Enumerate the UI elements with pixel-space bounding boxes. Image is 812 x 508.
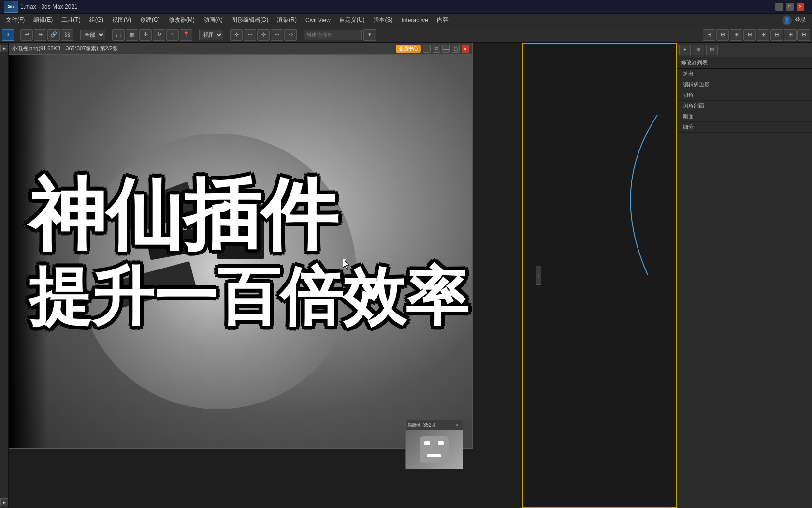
create-selection-input[interactable] <box>304 30 362 40</box>
menu-render[interactable]: 渲染(R) <box>273 15 301 25</box>
menu-animation[interactable]: 动画(A) <box>200 15 227 25</box>
rp-grid-btn[interactable]: ⊞ <box>693 45 704 55</box>
panel-expand-handle[interactable]: › <box>536 266 541 285</box>
modifier-item-chamfer[interactable]: 切角 <box>677 90 812 101</box>
menu-create[interactable]: 创建(C) <box>136 15 164 25</box>
viewport-3d-background <box>522 43 677 508</box>
menu-script[interactable]: 脚本(S) <box>369 15 396 25</box>
rp-align-btn[interactable]: ⊟ <box>706 45 718 55</box>
toolbar-align-btn[interactable]: ⊞ <box>716 29 729 41</box>
modifier-list: 挤出 编辑多边形 切角 倒角剖面 削面 细分 <box>677 69 812 133</box>
viewer-controls: 会员中心 ≡ ⧉ — □ × <box>396 45 469 53</box>
toolbar-mirror2-btn[interactable]: ⊞ <box>743 29 756 41</box>
toolbar-link-btn[interactable]: 🔗 <box>47 29 60 41</box>
viewer-minimize-btn[interactable]: — <box>442 45 450 53</box>
toolbar-snap2-btn[interactable]: ⊹ <box>244 29 256 41</box>
toolbar-move-btn[interactable]: ✛ <box>139 29 152 41</box>
minimap-image <box>406 430 463 469</box>
viewer-tile-btn[interactable]: ⧉ <box>433 45 440 53</box>
menu-customize[interactable]: 自定义(U) <box>335 15 369 25</box>
toolbar-unlink-btn[interactable]: ⛓ <box>61 29 73 41</box>
menu-graph-editor[interactable]: 图形编辑器(D) <box>228 15 273 25</box>
image-viewer-titlebar: 小电视.png(91.63KB，365*307像素)-第2/2张 会员中心 ≡ … <box>9 43 472 55</box>
toolbar-place-btn[interactable]: 📍 <box>180 29 192 41</box>
image-viewer-window: 小电视.png(91.63KB，365*307像素)-第2/2张 会员中心 ≡ … <box>9 43 473 449</box>
menu-view[interactable]: 视图(V) <box>108 15 135 25</box>
view-dropdown[interactable]: 视图 <box>199 30 223 40</box>
menu-bar: 文件(F) 编辑(E) 工具(T) 组(G) 视图(V) 创建(C) 修改器(M… <box>0 14 812 27</box>
toolbar-render-setup-btn[interactable]: ⊞ <box>784 29 797 41</box>
select-filter-dropdown[interactable]: 全部 <box>80 30 105 40</box>
image-viewer-title: 小电视.png(91.63KB，365*307像素)-第2/2张 <box>12 45 396 52</box>
modifier-item-slice[interactable]: 削面 <box>677 111 812 122</box>
toolbar-mirror-btn[interactable]: ⇔ <box>284 29 297 41</box>
sidebar-arrow-btn[interactable]: ▶ <box>0 45 8 52</box>
toolbar-spacing-btn[interactable]: ⊞ <box>757 29 769 41</box>
toolbar-redo-btn[interactable]: ↪ <box>34 29 46 41</box>
vip-badge[interactable]: 会员中心 <box>396 45 421 53</box>
minimap-close-btn[interactable]: × <box>454 422 461 429</box>
dark-overlay <box>9 55 48 448</box>
minimap-titlebar: 鸟瞰图 352% × <box>406 420 463 430</box>
right-panel-toolbar: + ⊞ ⊟ <box>677 43 812 57</box>
toolbar-snap4-btn[interactable]: ⊹ <box>271 29 283 41</box>
modifier-item-bevel-profile[interactable]: 倒角剖面 <box>677 101 812 111</box>
minimap-title-text: 鸟瞰图 352% <box>407 422 435 429</box>
title-close-btn[interactable]: × <box>797 3 804 11</box>
app-title: 1.max - 3ds Max 2021 <box>20 3 78 10</box>
toolbar-create-selection-btn[interactable]: ▾ <box>363 29 376 41</box>
modifier-list-header: 修改器列表 <box>677 57 812 69</box>
toolbar-logo-btn[interactable]: 3 <box>2 29 14 41</box>
menu-edit[interactable]: 编辑(E) <box>29 15 57 25</box>
toolbar-layer-btn[interactable]: ⊟ <box>703 29 715 41</box>
image-content: 神仙插件 提升一百倍效率 <box>9 55 472 448</box>
toolbar-snap3-btn[interactable]: ⊹ <box>257 29 270 41</box>
toolbar-render-btn[interactable]: ⊞ <box>798 29 810 41</box>
viewer-menu-btn[interactable]: ≡ <box>423 45 431 53</box>
toolbar-snap-btn[interactable]: ⊹ <box>230 29 243 41</box>
toolbar-undo-btn[interactable]: ↩ <box>20 29 33 41</box>
menu-modifier[interactable]: 修改器(M) <box>165 15 199 25</box>
main-layout: ▶ ▶ 小电视.png(91.63KB，365*307像素)-第2/2张 会员中… <box>0 43 812 508</box>
minimap-window: 鸟瞰图 352% × <box>405 420 463 469</box>
menu-civil-view[interactable]: Civil View <box>302 16 334 25</box>
menu-group[interactable]: 组(G) <box>86 15 107 25</box>
main-toolbar: 3 ↩ ↪ 🔗 ⛓ 全部 ⬚ ▦ ✛ ↻ ⤡ 📍 视图 ⊹ ⊹ ⊹ ⊹ ⇔ ▾ … <box>0 27 812 43</box>
title-maximize-btn[interactable]: □ <box>786 3 794 11</box>
modifier-item-extrude[interactable]: 挤出 <box>677 69 812 79</box>
app-logo: 3ds <box>4 1 18 13</box>
minimap-content <box>406 430 463 469</box>
toolbar-scale-btn[interactable]: ⤡ <box>166 29 179 41</box>
toolbar-region-select-btn[interactable]: ▦ <box>126 29 138 41</box>
menu-file[interactable]: 文件(F) <box>2 15 29 25</box>
left-sidebar: ▶ ▶ <box>0 43 9 508</box>
sidebar-bottom-btn[interactable]: ▶ <box>0 498 8 506</box>
menu-interactive[interactable]: Interactive <box>397 16 432 25</box>
title-bar: 3ds 1.max - 3ds Max 2021 — □ × <box>0 0 812 14</box>
content-area: 小电视.png(91.63KB，365*307像素)-第2/2张 会员中心 ≡ … <box>9 43 677 508</box>
modifier-item-subdivide[interactable]: 细分 <box>677 122 812 133</box>
viewer-close-btn[interactable]: × <box>462 45 469 53</box>
viewer-maximize-btn[interactable]: □ <box>452 45 460 53</box>
viewport-arc <box>570 91 667 284</box>
login-btn[interactable]: 登录 <box>795 16 806 24</box>
modifier-item-edit-poly[interactable]: 编辑多边形 <box>677 79 812 90</box>
toolbar-select-btn[interactable]: ⬚ <box>112 29 125 41</box>
rp-add-btn[interactable]: + <box>679 45 691 55</box>
right-panel: + ⊞ ⊟ 修改器列表 挤出 编辑多边形 切角 倒角剖面 削面 细分 <box>677 43 812 508</box>
menu-content[interactable]: 内容 <box>433 15 452 25</box>
toolbar-clone-btn[interactable]: ⊞ <box>770 29 783 41</box>
toolbar-rotate-btn[interactable]: ↻ <box>153 29 165 41</box>
robot-background <box>9 55 472 448</box>
toolbar-array-btn[interactable]: ⊞ <box>730 29 742 41</box>
user-icon[interactable]: 👤 <box>782 15 792 25</box>
title-minimize-btn[interactable]: — <box>775 3 783 11</box>
menu-tools[interactable]: 工具(T) <box>58 15 84 25</box>
